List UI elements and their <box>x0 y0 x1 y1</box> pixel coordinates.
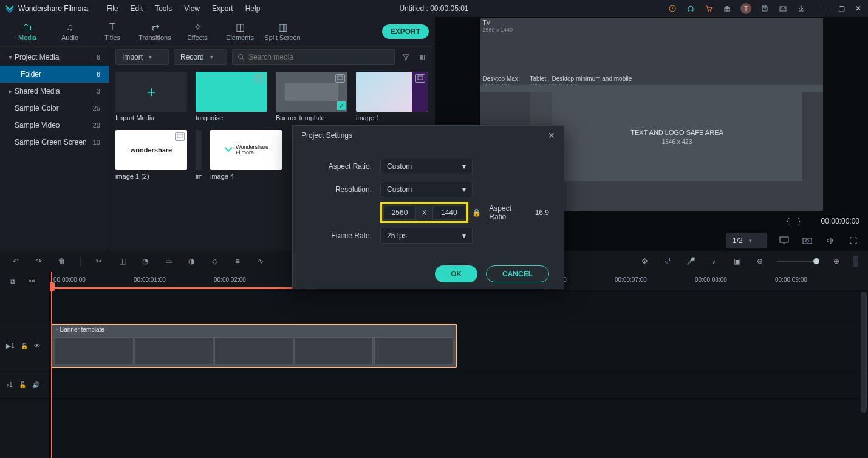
delete-icon[interactable]: 🗑 <box>56 255 68 267</box>
video-track-label: ▶1 <box>6 343 15 349</box>
mark-out-icon[interactable]: } <box>798 217 801 225</box>
fullscreen-icon[interactable] <box>847 234 859 247</box>
zoom-in-icon[interactable]: ⊕ <box>830 255 842 267</box>
visibility-icon[interactable]: 👁 <box>34 343 40 349</box>
mark-in-icon[interactable]: { <box>787 217 790 225</box>
search-media[interactable] <box>232 49 395 65</box>
framerate-select[interactable]: 25 fps▾ <box>380 228 473 244</box>
sidebar-folder[interactable]: Folder6 <box>0 66 109 83</box>
dialog-close-button[interactable]: ✕ <box>548 131 555 140</box>
cut-icon[interactable]: ✂ <box>93 255 105 267</box>
volume-icon[interactable] <box>824 234 836 247</box>
cart-icon[interactable] <box>704 4 714 13</box>
redo-icon[interactable]: ↷ <box>33 255 45 267</box>
tab-audio[interactable]: ♫Audio <box>49 19 91 44</box>
adjust-icon[interactable]: ≡ <box>231 255 244 267</box>
media-item[interactable]: im <box>196 130 202 180</box>
media-item[interactable]: wondershareimage 1 (2) <box>115 130 187 180</box>
media-import[interactable]: +Import Media <box>115 72 187 121</box>
gift-icon[interactable] <box>722 4 732 13</box>
resolution-select[interactable]: Custom▾ <box>380 182 473 197</box>
zoom-dropdown[interactable]: 1/2▾ <box>726 233 767 248</box>
resolution-inputs: X <box>380 202 468 223</box>
media-item[interactable]: ✓Banner template <box>276 72 347 121</box>
search-input[interactable] <box>248 53 389 61</box>
close-button[interactable]: ✕ <box>853 4 863 13</box>
record-dropdown[interactable]: Record▾ <box>174 49 227 65</box>
lock-aspect-icon[interactable]: 🔒 <box>471 207 482 219</box>
tab-elements[interactable]: ◫Elements <box>219 19 261 44</box>
filter-icon[interactable] <box>400 51 412 63</box>
resolution-height-input[interactable] <box>432 205 465 220</box>
menu-file[interactable]: File <box>100 2 124 15</box>
chevron-down-icon: ▾ <box>462 185 466 194</box>
audio-track[interactable] <box>50 371 868 399</box>
media-item[interactable]: turquoise <box>196 72 267 121</box>
mute-icon[interactable]: 🔊 <box>32 381 39 388</box>
import-dropdown[interactable]: Import▾ <box>115 49 169 65</box>
sidebar-sample-green-screen[interactable]: Sample Green Screen10 <box>0 134 109 151</box>
tab-titles[interactable]: TTitles <box>91 19 134 44</box>
media-item[interactable]: image 1 <box>356 72 428 121</box>
minimize-button[interactable]: ─ <box>819 4 829 13</box>
scrollbar[interactable] <box>861 292 867 413</box>
lock-icon[interactable]: 🔓 <box>19 381 26 388</box>
color-icon[interactable]: ◑ <box>185 255 197 267</box>
export-button[interactable]: EXPORT <box>382 24 429 39</box>
ok-button[interactable]: OK <box>435 265 477 282</box>
screen-icon[interactable]: ▭ <box>162 255 174 267</box>
media-item[interactable]: WondershareFilmoraimage 4 <box>210 130 282 180</box>
keyframe-icon[interactable]: ◇ <box>208 255 220 267</box>
marker-icon[interactable]: ▣ <box>731 255 743 267</box>
maximize-button[interactable]: ▢ <box>836 4 846 13</box>
zoom-fit-icon[interactable] <box>853 256 858 267</box>
menu-help[interactable]: Help <box>239 2 267 15</box>
transition-icon: ⇄ <box>151 21 159 33</box>
speed-icon[interactable]: ◔ <box>139 255 151 267</box>
snapshot-icon[interactable] <box>801 234 813 247</box>
tab-transitions[interactable]: ⇄Transitions <box>134 19 176 44</box>
check-icon: ✓ <box>337 101 346 110</box>
svg-rect-20 <box>780 237 788 242</box>
voiceover-icon[interactable]: 🎤 <box>685 255 697 267</box>
svg-rect-15 <box>258 76 262 80</box>
sidebar-project-media[interactable]: ▾Project Media6 <box>0 49 109 66</box>
timeline-clip[interactable]: ▫Banner template <box>51 324 457 368</box>
crop-icon[interactable]: ◫ <box>116 255 128 267</box>
timeline-layers-icon[interactable]: ⧉ <box>6 275 18 287</box>
sidebar-shared-media[interactable]: ▸Shared Media3 <box>0 83 109 100</box>
headphones-icon[interactable] <box>686 4 695 13</box>
timeline-tracks[interactable]: 00:00:00:00 00:00:01:00 00:00:02:00 00:0… <box>50 272 868 458</box>
cancel-button[interactable]: CANCEL <box>486 265 549 282</box>
resolution-width-input[interactable] <box>383 205 416 220</box>
tab-media[interactable]: 🗀Media <box>6 19 49 44</box>
save-icon[interactable] <box>760 4 770 13</box>
menu-view[interactable]: View <box>178 2 206 15</box>
tips-icon[interactable] <box>668 4 677 13</box>
menu-export[interactable]: Export <box>206 2 239 15</box>
menu-tools[interactable]: Tools <box>149 2 178 15</box>
playhead[interactable] <box>51 272 52 458</box>
menu-edit[interactable]: Edit <box>125 2 149 15</box>
sidebar-sample-color[interactable]: Sample Color25 <box>0 100 109 117</box>
zoom-out-icon[interactable]: ⊖ <box>754 255 766 267</box>
audio-mixer-icon[interactable]: ♪ <box>708 255 720 267</box>
avatar-icon[interactable]: T <box>740 3 751 14</box>
timeline-link-icon[interactable]: ⚯ <box>26 275 38 287</box>
lock-icon[interactable]: 🔓 <box>21 343 28 349</box>
svg-point-5 <box>239 55 243 59</box>
mixer-icon[interactable]: ⚙ <box>638 255 651 267</box>
shield-icon[interactable]: ⛉ <box>661 255 674 267</box>
download-icon[interactable] <box>796 4 806 13</box>
sidebar-sample-video[interactable]: Sample Video20 <box>0 117 109 134</box>
undo-icon[interactable]: ↶ <box>10 255 22 267</box>
zoom-slider[interactable] <box>777 261 819 262</box>
tab-split-screen[interactable]: ▥Split Screen <box>261 19 304 44</box>
aspect-ratio-select[interactable]: Custom▾ <box>380 159 473 174</box>
mail-icon[interactable] <box>778 4 788 13</box>
video-track[interactable]: ▫Banner template <box>50 321 868 371</box>
grid-view-icon[interactable] <box>417 51 429 63</box>
display-icon[interactable] <box>778 234 790 247</box>
audio-icon[interactable]: ∿ <box>255 255 267 267</box>
tab-effects[interactable]: ✧Effects <box>176 19 219 44</box>
